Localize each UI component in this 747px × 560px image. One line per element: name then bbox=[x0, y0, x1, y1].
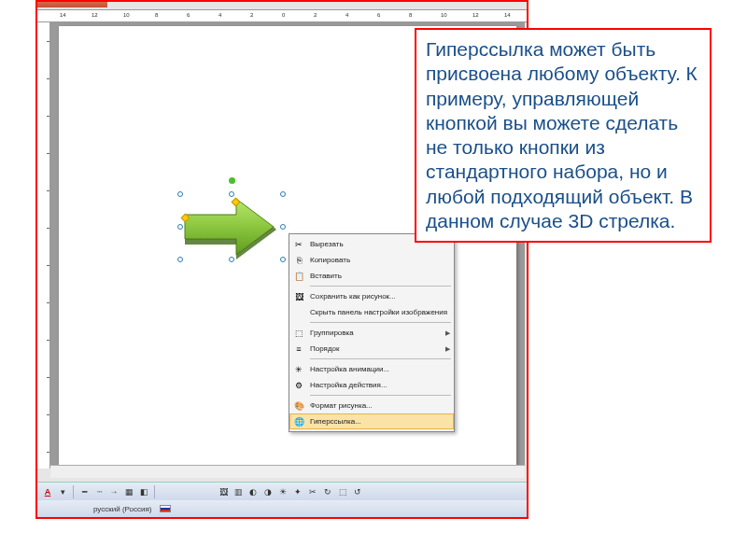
ruler-mark: 4 bbox=[345, 12, 348, 18]
menu-separator bbox=[310, 286, 451, 287]
dash-style-button[interactable]: ┄ bbox=[92, 485, 106, 498]
ruler-mark: 6 bbox=[377, 12, 380, 18]
ruler-mark: 6 bbox=[187, 12, 190, 18]
language-label: русский (Россия) bbox=[93, 505, 152, 513]
annotation-text: Гиперссылка может быть присвоена любому … bbox=[426, 38, 698, 231]
resize-handle[interactable] bbox=[177, 224, 183, 230]
context-menu: ✂Вырезать ⎘Копировать 📋Вставить 🖼Сохрани… bbox=[289, 233, 455, 432]
menu-item-hyperlink[interactable]: 🌐Гиперссылка... bbox=[289, 413, 454, 429]
menu-item-save-as-picture[interactable]: 🖼Сохранить как рисунок... bbox=[289, 288, 454, 304]
contrast-less-button[interactable]: ◑ bbox=[261, 485, 275, 498]
contrast-more-button[interactable]: ◐ bbox=[247, 485, 260, 498]
status-bar: русский (Россия) bbox=[37, 500, 527, 517]
horizontal-scrollbar[interactable] bbox=[50, 465, 525, 478]
rotation-handle[interactable] bbox=[229, 177, 235, 184]
dropdown-icon[interactable]: ▾ bbox=[56, 485, 69, 498]
menu-item-hide-picture-toolbar[interactable]: Скрыть панель настройки изображения bbox=[289, 304, 454, 320]
resize-handle[interactable] bbox=[280, 191, 286, 197]
menu-item-action-settings[interactable]: ⚙Настройка действия... bbox=[289, 377, 454, 393]
menu-item-custom-animation[interactable]: ✳Настройка анимации... bbox=[289, 361, 454, 377]
resize-handle[interactable] bbox=[280, 257, 286, 262]
arrow-3d-icon bbox=[180, 194, 283, 259]
drawing-toolbar: A ▾ ━ ┄ → ▦ ◧ 🖼 ▥ ◐ ◑ ☀ ✦ ✂ ↻ ⬚ ↺ bbox=[37, 482, 527, 500]
brightness-more-button[interactable]: ☀ bbox=[276, 485, 289, 498]
russian-flag-icon bbox=[160, 505, 171, 512]
submenu-arrow-icon: ▶ bbox=[445, 345, 450, 353]
vertical-ruler bbox=[37, 22, 50, 469]
submenu-arrow-icon: ▶ bbox=[445, 329, 450, 337]
paste-icon: 📋 bbox=[292, 270, 305, 283]
ruler-mark: 8 bbox=[409, 12, 412, 18]
picture-button[interactable]: 🖼 bbox=[217, 485, 230, 498]
ruler-mark: 10 bbox=[123, 12, 130, 18]
order-icon: ≡ bbox=[292, 343, 305, 356]
menu-separator bbox=[310, 322, 451, 323]
ruler-mark: 14 bbox=[60, 12, 66, 18]
menu-item-order[interactable]: ≡Порядок▶ bbox=[289, 341, 454, 357]
crop-button[interactable]: ✂ bbox=[306, 485, 319, 498]
picture-icon: 🖼 bbox=[292, 290, 305, 303]
ruler-mark: 10 bbox=[441, 12, 447, 18]
group-icon: ⬚ bbox=[292, 327, 305, 340]
menu-item-copy[interactable]: ⎘Копировать bbox=[289, 252, 454, 268]
animation-icon: ✳ bbox=[292, 363, 305, 376]
compress-button[interactable]: ⬚ bbox=[336, 485, 349, 498]
3d-button[interactable]: ◧ bbox=[137, 485, 150, 498]
ruler-mark: 2 bbox=[250, 12, 253, 18]
arrow-style-button[interactable]: → bbox=[107, 485, 120, 498]
bottom-toolbars: A ▾ ━ ┄ → ▦ ◧ 🖼 ▥ ◐ ◑ ☀ ✦ ✂ ↻ ⬚ ↺ русски… bbox=[37, 482, 527, 517]
font-color-button[interactable]: A bbox=[41, 485, 54, 498]
brightness-less-button[interactable]: ✦ bbox=[291, 485, 304, 498]
annotation-callout: Гиперссылка может быть присвоена любому … bbox=[415, 28, 712, 243]
ruler-mark: 0 bbox=[282, 12, 285, 18]
rotate-button[interactable]: ↻ bbox=[321, 485, 334, 498]
globe-icon: 🌐 bbox=[292, 415, 305, 428]
ruler-mark: 14 bbox=[504, 12, 511, 18]
menu-separator bbox=[310, 358, 451, 359]
resize-handle[interactable] bbox=[229, 257, 234, 262]
selected-arrow-shape[interactable] bbox=[180, 194, 283, 259]
shadow-button[interactable]: ▦ bbox=[122, 485, 135, 498]
action-icon: ⚙ bbox=[292, 379, 305, 392]
line-style-button[interactable]: ━ bbox=[78, 485, 91, 498]
resize-handle[interactable] bbox=[177, 257, 183, 262]
resize-handle[interactable] bbox=[280, 224, 286, 230]
copy-icon: ⎘ bbox=[292, 254, 305, 267]
resize-handle[interactable] bbox=[177, 191, 183, 197]
format-icon: 🎨 bbox=[292, 399, 305, 413]
reset-button[interactable]: ↺ bbox=[351, 485, 364, 498]
scissors-icon: ✂ bbox=[292, 238, 305, 251]
ruler-mark: 8 bbox=[155, 12, 158, 18]
menu-separator bbox=[310, 395, 451, 396]
menu-item-format-picture[interactable]: 🎨Формат рисунка... bbox=[289, 398, 454, 413]
ruler-mark: 2 bbox=[314, 12, 317, 18]
ruler-mark: 12 bbox=[472, 12, 479, 18]
ruler-mark: 12 bbox=[92, 12, 98, 18]
title-bar-fragment bbox=[37, 2, 107, 7]
menu-item-grouping[interactable]: ⬚Группировка▶ bbox=[289, 325, 454, 341]
resize-handle[interactable] bbox=[229, 191, 234, 197]
menu-item-paste[interactable]: 📋Вставить bbox=[289, 268, 454, 284]
horizontal-ruler: 14 12 10 8 6 4 2 0 2 4 6 8 10 12 14 bbox=[37, 9, 527, 22]
color-button[interactable]: ▥ bbox=[232, 485, 245, 498]
ruler-mark: 4 bbox=[218, 12, 221, 18]
